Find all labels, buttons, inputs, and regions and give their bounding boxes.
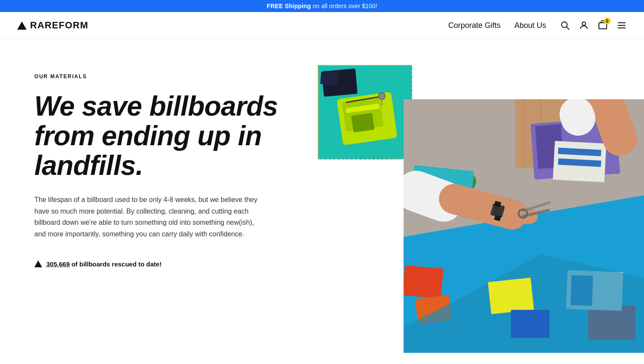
section-label: OUR MATERIALS [34, 73, 292, 80]
svg-rect-37 [488, 278, 534, 314]
rescue-stat: 305,669 of billboards rescued to date! [34, 260, 292, 268]
content-left: OUR MATERIALS We save billboards from en… [34, 65, 318, 268]
rescue-text: 305,669 of billboards rescued to date! [46, 260, 161, 268]
nav-right: Corporate Gifts About Us [448, 20, 627, 31]
svg-rect-42 [493, 206, 502, 215]
hero-body-text: The lifespan of a billboard used to be o… [34, 194, 258, 240]
image-collage [318, 65, 627, 288]
rescue-suffix: of billboards rescued to date! [70, 260, 161, 268]
search-icon [560, 20, 570, 31]
main-content: OUR MATERIALS We save billboards from en… [0, 39, 644, 340]
nav-icons: 0 [560, 20, 627, 31]
hero-heading-line3: landfills. [34, 150, 143, 181]
about-us-link[interactable]: About Us [514, 21, 546, 30]
cart-button[interactable]: 0 [598, 20, 608, 31]
rescue-triangle-icon [34, 260, 42, 267]
site-header: RAREFORM Corporate Gifts About Us [0, 12, 644, 39]
logo[interactable]: RAREFORM [17, 20, 88, 31]
bag-image-svg [319, 65, 411, 159]
svg-rect-13 [351, 113, 374, 133]
hamburger-icon [617, 20, 627, 31]
svg-point-15 [378, 93, 385, 100]
svg-point-0 [562, 22, 567, 28]
svg-line-1 [567, 27, 570, 30]
logo-triangle-icon [17, 21, 27, 30]
menu-button[interactable] [617, 20, 627, 31]
rescue-count-link[interactable]: 305,669 [46, 260, 70, 268]
content-right [318, 65, 627, 288]
hero-heading-line1: We save billboards [34, 91, 278, 122]
banner-normal-text: on all orders over $100! [311, 3, 377, 9]
svg-rect-38 [511, 310, 550, 338]
top-banner: FREE Shipping on all orders over $100! [0, 0, 644, 12]
fabric-scene-svg [404, 99, 644, 353]
svg-rect-9 [320, 71, 338, 86]
logo-text: RAREFORM [30, 20, 88, 31]
svg-rect-31 [404, 265, 444, 299]
svg-point-2 [582, 22, 586, 25]
cart-badge: 0 [604, 18, 611, 24]
account-icon [579, 20, 589, 31]
banner-bold-text: FREE Shipping [267, 3, 311, 9]
account-button[interactable] [579, 20, 589, 31]
search-button[interactable] [560, 20, 570, 31]
corporate-gifts-link[interactable]: Corporate Gifts [448, 21, 501, 30]
hero-heading-line2: from ending up in [34, 120, 262, 151]
fabric-cutting-image [404, 99, 644, 353]
hero-heading: We save billboards from ending up in lan… [34, 92, 292, 180]
product-image-bag [318, 65, 412, 159]
